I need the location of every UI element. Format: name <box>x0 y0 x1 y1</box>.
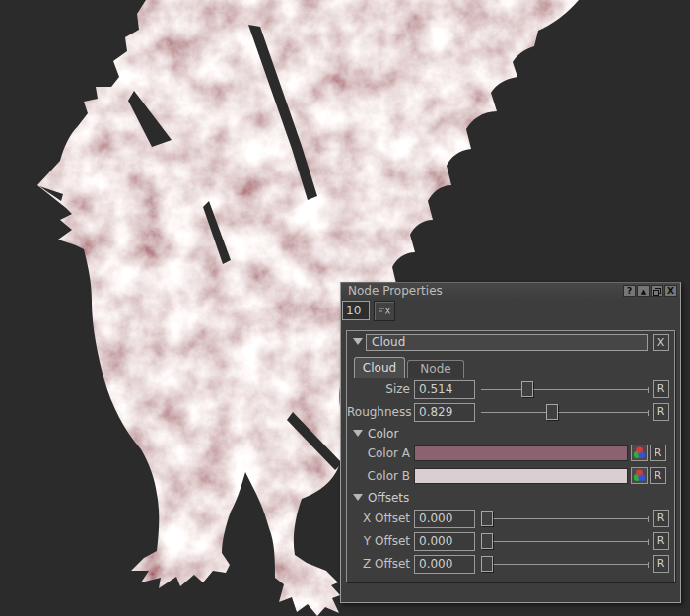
color-section-title: Color <box>368 427 398 441</box>
color-a-row: Color A R <box>347 445 674 463</box>
x-offset-input[interactable]: 0.000 <box>414 510 475 528</box>
color-a-swatch[interactable] <box>414 445 628 461</box>
slider-end-tick <box>648 410 649 416</box>
rgb-picker-icon <box>633 446 646 459</box>
roughness-slider[interactable] <box>481 403 649 422</box>
x-offset-slider-handle[interactable] <box>481 511 493 526</box>
roughness-slider-handle[interactable] <box>546 404 558 420</box>
delete-node-button[interactable]: X <box>653 334 669 351</box>
slider-end-tick <box>648 387 649 393</box>
slider-end-tick <box>648 539 649 545</box>
window-controls: ? ▲ X <box>623 285 677 297</box>
slider-track <box>481 412 648 413</box>
keyboard-entry-button[interactable] <box>374 301 395 321</box>
size-slider-handle[interactable] <box>521 381 533 397</box>
collapse-color-icon[interactable] <box>353 430 363 437</box>
tab-cloud[interactable]: Cloud <box>354 357 405 378</box>
tab-node[interactable]: Node <box>407 360 464 378</box>
slider-track <box>481 389 648 390</box>
roughness-row: Roughness 0.829 R <box>347 403 674 422</box>
y-offset-input[interactable]: 0.000 <box>414 532 475 551</box>
color-a-picker-button[interactable] <box>631 445 648 461</box>
node-id-input[interactable]: 10 <box>342 301 370 320</box>
z-offset-slider-handle[interactable] <box>481 556 493 572</box>
collapse-offsets-icon[interactable] <box>353 494 363 501</box>
x-offset-reset-button[interactable]: R <box>653 510 669 527</box>
restore-button[interactable] <box>651 285 663 297</box>
color-a-label: Color A <box>347 446 410 460</box>
color-b-swatch[interactable] <box>414 468 628 484</box>
x-offset-row: X Offset 0.000 R <box>347 510 674 528</box>
color-b-label: Color B <box>347 469 410 483</box>
size-slider[interactable] <box>481 380 649 399</box>
y-offset-slider[interactable] <box>481 532 649 551</box>
close-window-button[interactable]: X <box>664 285 677 297</box>
roughness-reset-button[interactable]: R <box>653 403 669 421</box>
node-name-input[interactable]: Cloud <box>366 334 648 351</box>
z-offset-label: Z Offset <box>347 557 410 571</box>
slider-track <box>481 564 648 565</box>
z-offset-reset-button[interactable]: R <box>653 555 669 573</box>
collapse-node-icon[interactable] <box>353 338 363 345</box>
color-b-reset-button[interactable]: R <box>650 467 666 484</box>
panel-titlebar[interactable]: Node Properties ? ▲ X <box>341 283 680 300</box>
y-offset-row: Y Offset 0.000 R <box>347 532 674 551</box>
panel-title: Node Properties <box>348 284 443 298</box>
cloud-node-group: Cloud X Cloud Node Size 0.514 R Roughnes… <box>346 330 675 582</box>
rgb-picker-icon <box>633 469 646 482</box>
size-row: Size 0.514 R <box>347 380 674 399</box>
application-canvas: Node Properties ? ▲ X 10 Cloud X Cloud N… <box>0 0 690 616</box>
y-offset-label: Y Offset <box>347 534 410 548</box>
roughness-label: Roughness <box>347 405 410 419</box>
y-offset-reset-button[interactable]: R <box>653 532 669 550</box>
roughness-input[interactable]: 0.829 <box>414 403 475 422</box>
keyboard-icon <box>379 307 391 315</box>
slider-end-tick <box>648 562 649 568</box>
help-button[interactable]: ? <box>623 285 636 297</box>
size-reset-button[interactable]: R <box>653 380 669 398</box>
z-offset-input[interactable]: 0.000 <box>414 555 475 574</box>
color-b-picker-button[interactable] <box>631 467 648 484</box>
color-a-reset-button[interactable]: R <box>650 445 666 461</box>
slider-track <box>481 518 648 519</box>
slider-end-tick <box>648 516 649 522</box>
z-offset-row: Z Offset 0.000 R <box>347 555 674 574</box>
color-b-row: Color B R <box>347 467 674 486</box>
node-properties-panel: Node Properties ? ▲ X 10 Cloud X Cloud N… <box>340 282 681 603</box>
z-offset-slider[interactable] <box>481 555 649 574</box>
x-offset-slider[interactable] <box>481 510 649 528</box>
restore-icon <box>653 288 661 296</box>
y-offset-slider-handle[interactable] <box>481 533 493 549</box>
x-offset-label: X Offset <box>347 512 410 525</box>
size-label: Size <box>347 382 410 396</box>
slider-track <box>481 541 648 542</box>
shade-button[interactable]: ▲ <box>637 285 650 297</box>
offsets-section-title: Offsets <box>368 491 409 505</box>
size-input[interactable]: 0.514 <box>414 380 475 399</box>
